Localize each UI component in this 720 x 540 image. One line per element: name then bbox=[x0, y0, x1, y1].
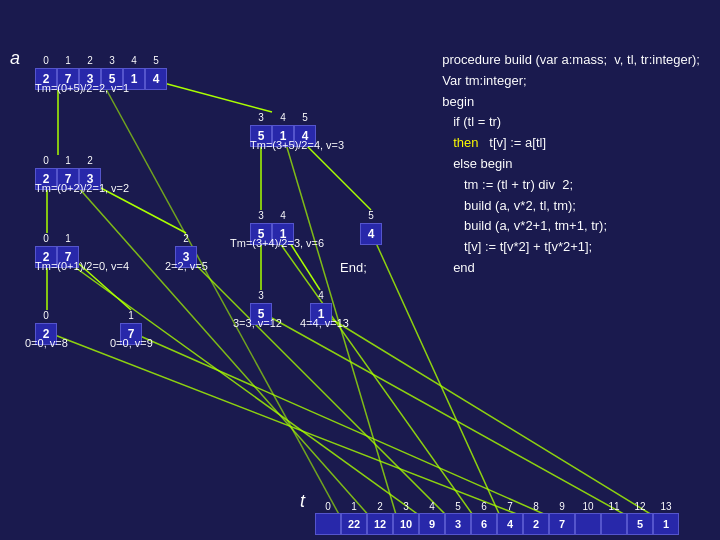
t-cell-1: 22 bbox=[341, 513, 367, 535]
t-cell-10 bbox=[575, 513, 601, 535]
code-line-9: build (a, v*2+1, tm+1, tr); bbox=[442, 216, 700, 237]
array-a6: 5 4 bbox=[360, 210, 382, 245]
t-array-cells: 22 12 10 9 3 6 4 2 7 5 1 bbox=[315, 513, 679, 535]
code-line-7: tm := (tl + tr) div 2; bbox=[442, 175, 700, 196]
a1-desc: Tm=(0+2)/2=1, v=2 bbox=[35, 182, 129, 194]
a4-desc: 2=2, v=5 bbox=[165, 260, 208, 272]
t-cell-9: 7 bbox=[549, 513, 575, 535]
code-line-8: build (a, v*2, tl, tm); bbox=[442, 196, 700, 217]
svg-line-10 bbox=[47, 332, 527, 518]
t-cell-4: 9 bbox=[419, 513, 445, 535]
end-label: End; bbox=[340, 260, 367, 275]
a5-desc: Tm=(3+4)/2=3, v=6 bbox=[230, 237, 324, 249]
t-cell-0 bbox=[315, 513, 341, 535]
t-cell-7: 4 bbox=[497, 513, 523, 535]
code-panel: procedure build (var a:mass; v, tl, tr:i… bbox=[442, 50, 700, 279]
a9-desc: 3=3, v=12 bbox=[233, 317, 282, 329]
t-cell-3: 10 bbox=[393, 513, 419, 535]
t-cell-5: 3 bbox=[445, 513, 471, 535]
code-line-11: end bbox=[442, 258, 700, 279]
t-cell-2: 12 bbox=[367, 513, 393, 535]
a6-cell-5: 4 bbox=[360, 223, 382, 245]
code-line-3: begin bbox=[442, 92, 700, 113]
then-keyword: then bbox=[453, 135, 478, 150]
a7-desc: 0=0, v=8 bbox=[25, 337, 68, 349]
code-line-5: then t[v] := a[tl] bbox=[442, 133, 700, 154]
a8-desc: 0=0, v=9 bbox=[110, 337, 153, 349]
t-cell-11 bbox=[601, 513, 627, 535]
code-line-2: Var tm:integer; bbox=[442, 71, 700, 92]
t-cell-12: 5 bbox=[627, 513, 653, 535]
a10-desc: 4=4, v=13 bbox=[300, 317, 349, 329]
svg-line-12 bbox=[261, 312, 631, 518]
code-line-10: t[v] := t[v*2] + t[v*2+1]; bbox=[442, 237, 700, 258]
t-cell-6: 6 bbox=[471, 513, 497, 535]
t-label: t bbox=[300, 491, 305, 512]
a2-desc: Tm=(3+5)/2=4, v=3 bbox=[250, 139, 344, 151]
cell-5: 4 bbox=[145, 68, 167, 90]
tm-main-desc: Tm=(0+5)/2=2, v=1 bbox=[35, 82, 129, 94]
svg-line-13 bbox=[320, 312, 657, 518]
svg-line-17 bbox=[58, 255, 423, 518]
a-label: a bbox=[10, 48, 20, 69]
t-cell-13: 1 bbox=[653, 513, 679, 535]
t-array: 0 1 2 3 4 5 6 7 8 9 10 11 12 13 22 12 10… bbox=[315, 501, 679, 535]
t-cell-8: 2 bbox=[523, 513, 549, 535]
code-line-6: else begin bbox=[442, 154, 700, 175]
a3-desc: Tm=(0+1)/2=0, v=4 bbox=[35, 260, 129, 272]
main-array-indices: 0 1 2 3 4 5 bbox=[35, 55, 167, 66]
code-line-4: if (tl = tr) bbox=[442, 112, 700, 133]
t-array-indices: 0 1 2 3 4 5 6 7 8 9 10 11 12 13 bbox=[315, 501, 679, 512]
svg-line-11 bbox=[131, 332, 553, 518]
code-line-1: procedure build (var a:mass; v, tl, tr:i… bbox=[442, 50, 700, 71]
